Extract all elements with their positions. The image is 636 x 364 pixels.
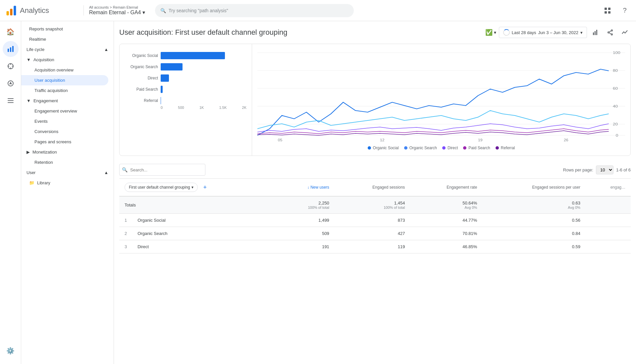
chart-type-icon[interactable] bbox=[590, 26, 602, 38]
line-chart-svg: 100 80 60 40 20 0 05 Jun 12 19 26 bbox=[257, 49, 625, 142]
header-controls: ✅ ▾ Last 28 days Jun 3 – Jun 30, 2022 ▾ bbox=[485, 26, 631, 38]
nav-engagement-section[interactable]: ▼ Engagement bbox=[21, 96, 114, 106]
svg-text:80: 80 bbox=[613, 68, 618, 72]
engaged-sessions-3: 119 bbox=[335, 240, 410, 253]
svg-text:19: 19 bbox=[478, 138, 483, 142]
svg-text:26: 26 bbox=[564, 138, 568, 142]
legend-item: Direct bbox=[442, 146, 458, 150]
svg-rect-20 bbox=[593, 32, 594, 35]
nav-acquisition-overview[interactable]: Acquisition overview bbox=[21, 65, 114, 75]
engaged-sessions-1: 873 bbox=[335, 214, 410, 227]
svg-rect-5 bbox=[605, 11, 607, 14]
nav-realtime[interactable]: Realtime bbox=[21, 34, 114, 44]
table-row: 1 Organic Social 1,499 873 44.77% 0.56 bbox=[119, 214, 631, 227]
chart-legend: Organic Social Organic Search Direct Pai… bbox=[257, 146, 625, 150]
trend-icon[interactable] bbox=[619, 26, 631, 38]
bar-row: Direct bbox=[125, 74, 246, 82]
bar-label: Organic Search bbox=[125, 65, 158, 69]
explore-icon-btn[interactable] bbox=[3, 58, 19, 74]
bar-fill bbox=[161, 97, 161, 104]
nav-reports-snapshot[interactable]: Reports snapshot bbox=[21, 24, 114, 34]
date-indicator-label: Last 28 days bbox=[512, 30, 536, 35]
nav-sidebar: Reports snapshot Realtime Life cycle ▲ ▼… bbox=[21, 21, 114, 364]
rows-per-page-label: Rows per page: bbox=[563, 167, 593, 172]
svg-text:05: 05 bbox=[278, 138, 283, 142]
home-icon-btn[interactable]: 🏠 bbox=[3, 24, 19, 40]
nav-library[interactable]: 📁 Library bbox=[21, 178, 114, 188]
nav-traffic-acquisition[interactable]: Traffic acquisition bbox=[21, 85, 114, 96]
reports-snapshot-label: Reports snapshot bbox=[29, 26, 63, 31]
configure-icon-btn[interactable] bbox=[3, 93, 19, 109]
legend-item: Organic Social bbox=[368, 146, 399, 150]
chevron-down-icon-col: ▾ bbox=[191, 185, 193, 190]
help-icon[interactable]: ? bbox=[619, 5, 631, 17]
bar-track bbox=[161, 74, 246, 82]
search-wrap: 🔍 bbox=[119, 164, 205, 176]
nav-user-section[interactable]: User ▲ bbox=[21, 167, 114, 178]
bar-row: Organic Social bbox=[125, 52, 246, 59]
legend-label: Referral bbox=[501, 146, 515, 150]
channel-organic-search: Organic Search bbox=[132, 227, 277, 240]
reports-icon-btn[interactable] bbox=[3, 41, 19, 57]
search-bar[interactable]: 🔍 Try searching "path analysis" bbox=[155, 4, 354, 17]
share-icon[interactable] bbox=[604, 26, 616, 38]
totals-engaged-sessions: 1,454 100% of total bbox=[335, 196, 410, 214]
nav-events[interactable]: Events bbox=[21, 116, 114, 126]
nav-conversions[interactable]: Conversions bbox=[21, 126, 114, 137]
bar-axis: 0 500 1K 1.5K 2K bbox=[125, 106, 246, 110]
bar-track bbox=[161, 52, 246, 59]
chevron-down-icon-date: ▾ bbox=[580, 30, 583, 35]
engaged-per-user-2: 0.84 bbox=[482, 227, 586, 240]
bar-chart-section: Organic Social Organic Search Direct Pai… bbox=[120, 44, 252, 156]
table-search-input[interactable] bbox=[119, 164, 205, 176]
col-header-new-users[interactable]: ↓ New users bbox=[278, 179, 335, 196]
svg-line-26 bbox=[609, 31, 611, 32]
legend-label: Organic Search bbox=[409, 146, 437, 150]
apps-icon[interactable] bbox=[602, 5, 613, 17]
engaged-per-user-3: 0.59 bbox=[482, 240, 586, 253]
svg-rect-1 bbox=[10, 9, 12, 15]
add-column-button[interactable]: + bbox=[200, 183, 210, 192]
settings-icon-btn[interactable]: ⚙️ bbox=[3, 343, 19, 359]
bar-label: Direct bbox=[125, 76, 158, 80]
engaged-sessions-2: 427 bbox=[335, 227, 410, 240]
bar-fill bbox=[161, 52, 225, 59]
advertising-icon-btn[interactable] bbox=[3, 75, 19, 91]
nav-retention[interactable]: Retention bbox=[21, 157, 114, 167]
svg-text:20: 20 bbox=[613, 122, 618, 126]
realtime-label: Realtime bbox=[29, 37, 46, 42]
nav-lifecycle-section[interactable]: Life cycle ▲ bbox=[21, 44, 114, 55]
totals-new-users: 2,250 100% of total bbox=[278, 196, 335, 214]
nav-engagement-overview[interactable]: Engagement overview bbox=[21, 106, 114, 116]
rows-per-page-select[interactable]: 10 25 50 bbox=[596, 165, 613, 174]
nav-pages-screens[interactable]: Pages and screens bbox=[21, 137, 114, 147]
nav-acquisition-section[interactable]: ▼ Acquisition bbox=[21, 55, 114, 65]
svg-rect-18 bbox=[8, 100, 14, 101]
lifecycle-label: Life cycle bbox=[26, 47, 44, 52]
new-users-2: 509 bbox=[278, 227, 335, 240]
svg-rect-6 bbox=[608, 11, 610, 14]
svg-point-25 bbox=[611, 34, 612, 35]
top-header: Analytics All accounts > Remain Eternal … bbox=[0, 0, 636, 21]
charts-container: Organic Social Organic Search Direct Pai… bbox=[119, 44, 631, 156]
date-range-button[interactable]: Last 28 days Jun 3 – Jun 30, 2022 ▾ bbox=[499, 27, 587, 38]
col-header-engaged-per-user: Engaged sessions per user bbox=[482, 179, 586, 196]
bar-row: Paid Search bbox=[125, 86, 246, 93]
totals-row: Totals 2,250 100% of total 1,454 100% of… bbox=[119, 196, 631, 214]
nav-monetization-section[interactable]: ▶ Monetization bbox=[21, 147, 114, 157]
legend-label: Organic Social bbox=[373, 146, 399, 150]
account-name-dropdown[interactable]: Remain Eternal - GA4 ▾ bbox=[89, 9, 150, 16]
dimension-filter-btn[interactable]: First user default channel grouping ▾ bbox=[125, 183, 198, 192]
svg-text:12: 12 bbox=[380, 138, 385, 142]
filter-status[interactable]: ✅ ▾ bbox=[485, 29, 496, 36]
bar-chart: Organic Social Organic Search Direct Pai… bbox=[125, 52, 246, 104]
svg-rect-3 bbox=[605, 8, 607, 10]
totals-label: Totals bbox=[119, 196, 278, 214]
search-placeholder-text: Try searching "path analysis" bbox=[169, 8, 228, 13]
check-circle-icon: ✅ bbox=[485, 29, 493, 36]
acquisition-label: Acquisition bbox=[33, 57, 54, 62]
bar-label: Paid Search bbox=[125, 87, 158, 92]
svg-point-24 bbox=[608, 32, 609, 33]
nav-user-acquisition[interactable]: User acquisition bbox=[21, 75, 108, 85]
legend-label: Paid Search bbox=[468, 146, 490, 150]
